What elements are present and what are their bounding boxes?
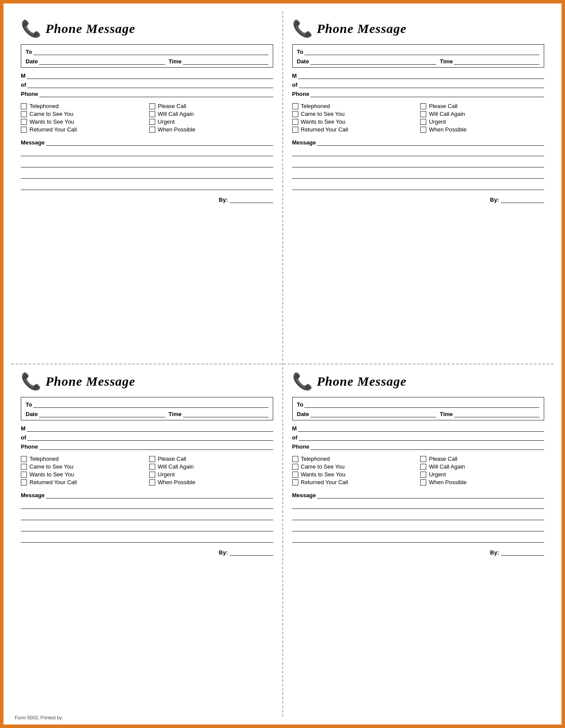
checkbox-whenpossible-tl[interactable]: When Possible xyxy=(149,126,273,133)
checkbox-telephoned-tr[interactable]: Telephoned xyxy=(292,103,416,109)
blank-line-4-br xyxy=(292,537,545,543)
checkbox-box-urgent-br[interactable] xyxy=(420,472,426,478)
time-underline-bottom-left xyxy=(183,410,268,417)
checkbox-box-pleasecall-tl[interactable] xyxy=(149,103,155,109)
checkbox-label-wantstoseeyou-tr: Wants to See You xyxy=(301,118,346,125)
checkbox-cametoseeyou-bl[interactable]: Came to See You xyxy=(21,463,145,470)
checkbox-box-willcallagain-tr[interactable] xyxy=(420,111,426,117)
checkbox-willcallagain-tl[interactable]: Will Call Again xyxy=(149,111,273,117)
checkbox-telephoned-bl[interactable]: Telephoned xyxy=(21,456,145,462)
checkbox-label-telephoned-bl: Telephoned xyxy=(29,456,59,462)
date-part-top-right: Date xyxy=(297,58,437,65)
checkbox-box-cametoseeyou-bl[interactable] xyxy=(21,464,27,470)
date-time-row-top-right: Date Time xyxy=(297,58,540,65)
checkbox-box-willcallagain-bl[interactable] xyxy=(149,464,155,470)
checkbox-box-pleasecall-br[interactable] xyxy=(420,456,426,462)
checkbox-box-telephoned-tr[interactable] xyxy=(292,103,298,109)
checkbox-box-returnedyourcall-br[interactable] xyxy=(292,479,298,485)
checkbox-box-willcallagain-tl[interactable] xyxy=(149,111,155,117)
checkbox-box-wantstoseeyou-tr[interactable] xyxy=(292,119,298,125)
checkbox-box-wantstoseeyou-bl[interactable] xyxy=(21,472,27,478)
checkbox-label-willcallagain-bl: Will Call Again xyxy=(158,463,194,470)
checkbox-returnedyourcall-bl[interactable]: Returned Your Call xyxy=(21,479,145,485)
checkbox-box-telephoned-tl[interactable] xyxy=(21,103,27,109)
checkbox-returnedyourcall-br[interactable]: Returned Your Call xyxy=(292,479,416,485)
checkbox-box-urgent-tl[interactable] xyxy=(149,119,155,125)
checkbox-pleasecall-bl[interactable]: Please Call xyxy=(149,456,273,462)
checkbox-label-whenpossible-br: When Possible xyxy=(429,479,467,485)
to-label-bottom-left: To xyxy=(26,401,32,408)
checkbox-box-returnedyourcall-tr[interactable] xyxy=(292,127,298,133)
checkboxes-bottom-left: Telephoned Please Call Came to See You W… xyxy=(21,456,273,485)
checkbox-pleasecall-tr[interactable]: Please Call xyxy=(420,103,544,109)
blank-line-3-br xyxy=(292,525,545,531)
m-field-bottom-right: M xyxy=(292,425,545,432)
checkbox-box-urgent-bl[interactable] xyxy=(149,472,155,478)
card-header-bottom-left: 📞 Phone Message xyxy=(21,372,273,391)
checkbox-cametoseeyou-tr[interactable]: Came to See You xyxy=(292,111,416,117)
to-label-bottom-right: To xyxy=(297,401,304,408)
checkbox-box-wantstoseeyou-tl[interactable] xyxy=(21,119,27,125)
of-underline-bottom-right xyxy=(299,434,544,441)
checkbox-box-wantstoseeyou-br[interactable] xyxy=(292,472,298,478)
checkbox-whenpossible-bl[interactable]: When Possible xyxy=(149,479,273,485)
checkbox-whenpossible-tr[interactable]: When Possible xyxy=(420,126,544,133)
time-underline-top-right xyxy=(454,58,539,65)
checkbox-urgent-tl[interactable]: Urgent xyxy=(149,118,273,125)
of-field-bottom-left: of xyxy=(21,434,273,441)
checkbox-whenpossible-br[interactable]: When Possible xyxy=(420,479,544,485)
mof-section-top-right: M of Phone xyxy=(292,72,545,99)
date-time-row-bottom-left: Date Time xyxy=(26,410,268,417)
card-bottom-right: 📞 Phone Message To Date Time M xyxy=(283,364,554,717)
checkbox-box-whenpossible-bl[interactable] xyxy=(149,479,155,485)
checkbox-box-returnedyourcall-bl[interactable] xyxy=(21,479,27,485)
checkbox-box-cametoseeyou-tr[interactable] xyxy=(292,111,298,117)
checkbox-willcallagain-br[interactable]: Will Call Again xyxy=(420,463,544,470)
message-field-br: Message xyxy=(292,492,545,498)
checkbox-returnedyourcall-tr[interactable]: Returned Your Call xyxy=(292,126,416,133)
checkbox-box-telephoned-br[interactable] xyxy=(292,456,298,462)
blank-line-3-tr xyxy=(292,173,545,179)
checkboxes-top-left: Telephoned Please Call Came to See You W… xyxy=(21,103,273,133)
checkbox-pleasecall-tl[interactable]: Please Call xyxy=(149,103,273,109)
message-field-tl: Message xyxy=(21,139,273,146)
checkbox-box-returnedyourcall-tl[interactable] xyxy=(21,127,27,133)
checkbox-box-cametoseeyou-tl[interactable] xyxy=(21,111,27,117)
checkbox-box-pleasecall-bl[interactable] xyxy=(149,456,155,462)
blank-line-4-tl xyxy=(21,184,273,190)
checkbox-cametoseeyou-tl[interactable]: Came to See You xyxy=(21,111,145,117)
checkbox-pleasecall-br[interactable]: Please Call xyxy=(420,456,544,462)
checkbox-urgent-bl[interactable]: Urgent xyxy=(149,471,273,478)
checkbox-wantstoseeyou-br[interactable]: Wants to See You xyxy=(292,471,416,478)
checkbox-wantstoseeyou-bl[interactable]: Wants to See You xyxy=(21,471,145,478)
checkbox-box-whenpossible-br[interactable] xyxy=(420,479,426,485)
checkbox-box-pleasecall-tr[interactable] xyxy=(420,103,426,109)
checkbox-willcallagain-bl[interactable]: Will Call Again xyxy=(149,463,273,470)
phone-label-top-right: Phone xyxy=(292,91,310,97)
card-title-bottom-right: Phone Message xyxy=(317,374,407,389)
date-label-bottom-left: Date xyxy=(26,411,38,417)
checkbox-box-urgent-tr[interactable] xyxy=(420,119,426,125)
blank-line-1-bl xyxy=(21,503,273,509)
checkbox-box-whenpossible-tl[interactable] xyxy=(149,127,155,133)
date-underline-top-left xyxy=(39,58,165,65)
checkbox-wantstoseeyou-tr[interactable]: Wants to See You xyxy=(292,118,416,125)
checkbox-cametoseeyou-br[interactable]: Came to See You xyxy=(292,463,416,470)
checkbox-box-willcallagain-br[interactable] xyxy=(420,464,426,470)
checkbox-box-cametoseeyou-br[interactable] xyxy=(292,464,298,470)
checkbox-telephoned-br[interactable]: Telephoned xyxy=(292,456,416,462)
checkbox-box-telephoned-bl[interactable] xyxy=(21,456,27,462)
checkbox-urgent-br[interactable]: Urgent xyxy=(420,471,544,478)
blank-line-2-bl xyxy=(21,514,273,520)
checkbox-label-pleasecall-bl: Please Call xyxy=(158,456,186,462)
checkbox-label-returnedyourcall-tl: Returned Your Call xyxy=(29,126,77,133)
of-label-top-right: of xyxy=(292,82,297,88)
checkbox-box-whenpossible-tr[interactable] xyxy=(420,127,426,133)
checkbox-returnedyourcall-tl[interactable]: Returned Your Call xyxy=(21,126,145,133)
checkbox-telephoned-tl[interactable]: Telephoned xyxy=(21,103,145,109)
message-field-bl: Message xyxy=(21,492,273,498)
checkbox-urgent-tr[interactable]: Urgent xyxy=(420,118,544,125)
to-underline-bottom-right xyxy=(304,401,539,408)
checkbox-willcallagain-tr[interactable]: Will Call Again xyxy=(420,111,544,117)
checkbox-wantstoseeyou-tl[interactable]: Wants to See You xyxy=(21,118,145,125)
